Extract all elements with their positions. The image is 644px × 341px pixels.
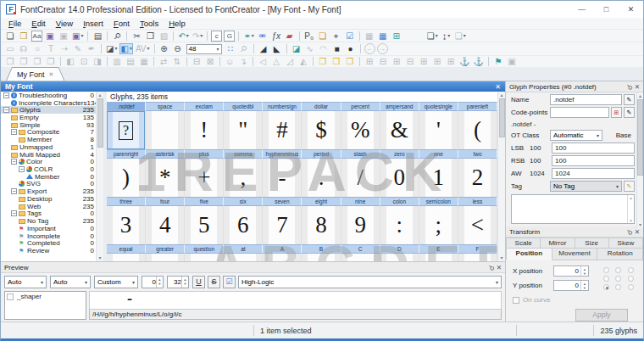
char-map-icon[interactable]: ⊞: [611, 107, 622, 118]
preview-features-select[interactable]: Custom▾: [94, 276, 138, 288]
collapse-icon[interactable]: −: [11, 129, 17, 135]
origin-radio-1[interactable]: [615, 267, 621, 273]
origin-radio-7[interactable]: [615, 284, 621, 290]
contour-corner-icon[interactable]: ◿: [284, 56, 296, 67]
bool-intersect-icon[interactable]: ❒: [344, 56, 356, 67]
measure-icon[interactable]: ⇢: [58, 43, 70, 54]
glyph-properties-scrollbar[interactable]: ▴ ▾: [636, 92, 643, 228]
points-snap-icon[interactable]: ⊞: [445, 56, 457, 67]
print-icon[interactable]: ▤: [92, 31, 103, 42]
glyph-cell-percent[interactable]: %: [341, 111, 380, 149]
undo-icon[interactable]: ↶▾: [177, 31, 189, 42]
duplicate-icon[interactable]: ❐: [45, 56, 57, 67]
tree-item-member[interactable]: Member8: [1, 136, 96, 143]
collapse-icon[interactable]: −: [11, 188, 17, 194]
collapse-icon[interactable]: −: [11, 159, 17, 165]
glyph-cell-dollar[interactable]: $: [302, 111, 341, 149]
glyph-cell-six[interactable]: 6: [224, 206, 263, 244]
glyph-cell-.notdef[interactable]: ?: [107, 111, 146, 149]
glyph-cell-greater[interactable]: >: [146, 254, 185, 261]
square-shape-icon[interactable]: ■: [331, 43, 343, 54]
lsb-input[interactable]: 100: [552, 143, 635, 154]
origin-radio-4[interactable]: [615, 276, 621, 282]
menu-font[interactable]: Font: [108, 19, 135, 28]
zoom-in-icon[interactable]: ⊕: [158, 43, 170, 54]
tree-item-multi-mapped[interactable]: Multi Mapped4: [1, 151, 96, 159]
codepoints-input[interactable]: [550, 107, 609, 118]
tree-item-incomplete-characters[interactable]: iIncomplete Characters134: [1, 99, 96, 107]
contour-dir-ccw-icon[interactable]: ◣: [271, 43, 283, 54]
screen-mode-icon[interactable]: ▣: [506, 56, 518, 67]
flip-vertical-icon[interactable]: ⇅: [171, 56, 183, 67]
metrics-show-icon[interactable]: ⊞: [418, 56, 430, 67]
tree-item-simple[interactable]: Simple93: [1, 121, 96, 129]
glyph-cell-one[interactable]: 1: [419, 159, 458, 197]
menu-help[interactable]: Help: [164, 19, 191, 28]
preview-face-icon[interactable]: ☺: [224, 56, 236, 67]
glyph-cell-eight[interactable]: 8: [302, 206, 341, 244]
collapse-icon[interactable]: −: [3, 107, 9, 113]
origin-radio-3[interactable]: [603, 276, 609, 282]
fill-mode-icon[interactable]: ◧▾: [119, 43, 132, 54]
glyph-cell-equal[interactable]: =: [107, 254, 146, 261]
test-settings-icon[interactable]: P₀: [303, 31, 315, 42]
glyph-cell-slash[interactable]: /: [341, 159, 380, 197]
grid-snap-icon[interactable]: ⊟: [377, 56, 389, 67]
copy-outline-icon[interactable]: ❐: [18, 56, 30, 67]
image-trace-icon[interactable]: ◪: [291, 43, 303, 54]
tree-item-no-tag[interactable]: No Tag235: [1, 217, 96, 225]
circle-shape-icon[interactable]: ●: [345, 43, 357, 54]
tab-rotation[interactable]: Rotation: [597, 249, 643, 260]
tree-item-unmapped[interactable]: Unmapped1: [1, 143, 96, 151]
maximize-button[interactable]: □: [594, 1, 619, 18]
push-outline-icon[interactable]: ↴: [237, 56, 249, 67]
glyph-cell-comma[interactable]: ,: [224, 159, 263, 197]
grid-scroll-down-icon[interactable]: ▾: [500, 254, 502, 261]
y-position-stepper[interactable]: 0 ▴▾: [553, 280, 589, 291]
search-table-icon[interactable]: ▦: [364, 31, 375, 42]
glyph-cell-question[interactable]: ?: [185, 254, 224, 261]
glyph-cell-exclam[interactable]: !: [185, 111, 224, 149]
arc-tool-icon[interactable]: ◠: [318, 43, 330, 54]
rsb-input[interactable]: 100: [552, 155, 635, 166]
glyph-cell-four[interactable]: 4: [146, 206, 185, 244]
tree-item-review[interactable]: ⚑Review0: [1, 247, 96, 254]
glyph-cell-numbersign[interactable]: #: [263, 111, 302, 149]
menu-insert[interactable]: Insert: [78, 19, 108, 28]
edit-name-icon[interactable]: ✎: [624, 94, 635, 105]
apply-button[interactable]: Apply: [575, 309, 628, 321]
tab-movement[interactable]: Movement: [552, 249, 598, 260]
unlink-icon[interactable]: ⚮: [257, 31, 269, 42]
tree-item-completed[interactable]: ⚑Completed0: [1, 239, 96, 247]
origin-radio-0[interactable]: [603, 267, 609, 273]
overview-close-icon[interactable]: ✕: [495, 83, 501, 91]
glyph-cell-F[interactable]: F: [458, 254, 497, 261]
distribute-h-icon[interactable]: ▥: [111, 56, 123, 67]
glyph-cell-D[interactable]: D: [380, 254, 419, 261]
tab-close-icon[interactable]: ✕: [49, 71, 54, 78]
edit-codepoints-icon[interactable]: ✎: [624, 107, 635, 118]
tree-item-tags[interactable]: −Tags0: [1, 210, 96, 218]
quick-test-icon[interactable]: ❏▾: [426, 31, 439, 42]
nav-forward-icon[interactable]: →: [377, 43, 388, 54]
panel-scroll-up-icon[interactable]: ▴: [639, 92, 641, 99]
flag-direction-icon[interactable]: ⚑: [492, 56, 504, 67]
validate-icon[interactable]: ☑: [344, 31, 356, 42]
glyph-cell-parenright[interactable]: ): [107, 159, 146, 197]
open-icon[interactable]: ❒: [18, 31, 30, 42]
checked-option-icon[interactable]: ☑: [223, 276, 236, 288]
redo-icon[interactable]: ↷▾: [192, 31, 203, 42]
zoom-select-icon[interactable]: ⚲: [238, 43, 250, 54]
rotate-left-icon[interactable]: ⊟: [191, 56, 203, 67]
edit-tags-icon[interactable]: ✎: [624, 181, 635, 192]
save-all-icon[interactable]: ▣▾: [71, 31, 84, 42]
zoom-fit-icon[interactable]: ∷: [225, 43, 236, 54]
tag-select[interactable]: No Tag▾: [550, 181, 622, 192]
preview-size-stepper[interactable]: 32 ▴▾: [167, 276, 189, 288]
tree-item-web[interactable]: Web235: [1, 203, 96, 210]
glyph-cell-three[interactable]: 3: [107, 206, 146, 244]
contour-first-icon[interactable]: ◁: [257, 56, 269, 67]
tree-item-incomplete[interactable]: ⚑Incomplete0: [1, 232, 96, 240]
contour-up-icon[interactable]: △: [270, 56, 282, 67]
glyph-comment-box[interactable]: ▴▾: [511, 194, 635, 224]
